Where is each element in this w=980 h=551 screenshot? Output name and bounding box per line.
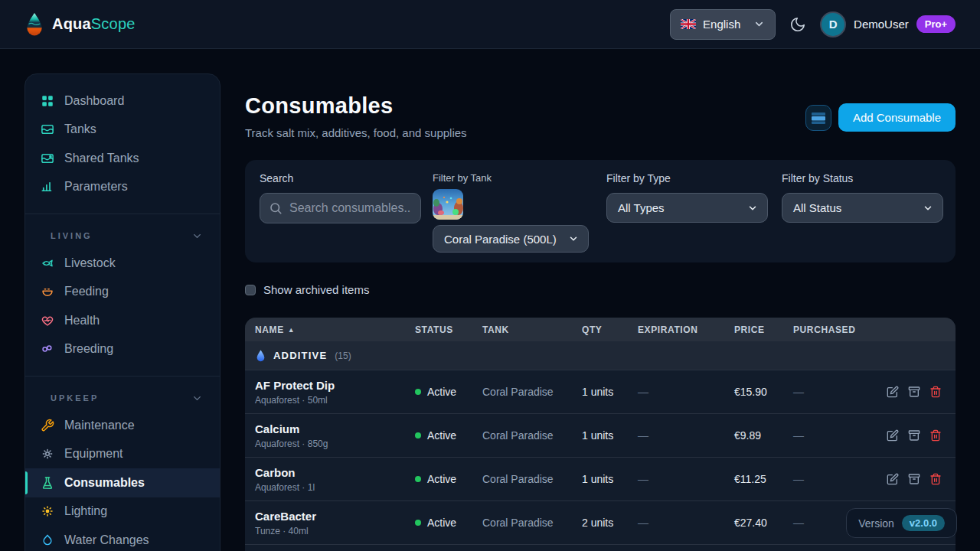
sidebar: Dashboard Tanks Shared Tanks Parameters … <box>24 73 220 551</box>
tank-filter-select[interactable]: Coral Paradise (500L) <box>433 225 589 253</box>
edit-button[interactable] <box>887 473 899 485</box>
sidebar-item-breeding[interactable]: Breeding <box>25 335 220 364</box>
status-dot <box>415 476 421 482</box>
language-select[interactable]: English <box>670 9 776 40</box>
page-title: Consumables <box>245 93 393 119</box>
sidebar-item-lighting[interactable]: Lighting <box>25 497 220 527</box>
archive-icon <box>908 386 920 398</box>
column-header-price[interactable]: PRICE <box>734 324 793 335</box>
tank-icon <box>41 122 54 136</box>
status-filter-select[interactable]: All Status <box>782 193 943 223</box>
show-archived-checkbox[interactable] <box>245 285 256 295</box>
status-badge: Active <box>427 517 456 529</box>
bar-chart-icon <box>41 180 54 194</box>
sun-icon <box>41 504 54 518</box>
column-header-tank[interactable]: TANK <box>482 324 582 335</box>
aquascope-logo-icon <box>24 12 44 37</box>
search-input[interactable] <box>260 193 421 223</box>
droplet-icon <box>41 533 54 547</box>
flask-icon <box>41 476 54 490</box>
sidebar-divider <box>25 214 220 214</box>
table-row[interactable]: AF Protect DipAquaforest · 50ml Active C… <box>245 370 956 413</box>
filters-panel: Search Filter by Tank <box>245 160 956 262</box>
edit-button[interactable] <box>887 386 899 398</box>
column-header-status[interactable]: STATUS <box>415 324 482 335</box>
card-view-icon <box>812 111 825 125</box>
plan-badge: Pro+ <box>916 15 956 33</box>
delete-button[interactable] <box>929 386 942 398</box>
group-row-additive: ADDITIVE (15) <box>245 341 956 370</box>
user-menu[interactable]: D DemoUser Pro+ <box>820 11 956 37</box>
card-view-toggle-button[interactable] <box>805 105 831 131</box>
version-badge: v2.0.0 <box>902 515 945 531</box>
sidebar-item-water-changes[interactable]: Water Changes <box>25 526 220 551</box>
sidebar-item-equipment[interactable]: Equipment <box>25 440 220 469</box>
chevron-down-icon <box>568 233 579 244</box>
archive-button[interactable] <box>908 473 920 485</box>
chevron-down-icon <box>923 203 933 214</box>
language-label: English <box>703 18 740 31</box>
archive-button[interactable] <box>908 429 920 442</box>
sort-asc-icon: ▲ <box>288 326 296 334</box>
search-icon <box>269 201 283 218</box>
delete-button[interactable] <box>929 429 942 442</box>
tank-thumbnail-image[interactable] <box>433 189 463 220</box>
column-header-qty[interactable]: QTY <box>582 324 638 335</box>
shared-tank-icon <box>41 152 54 165</box>
section-upkeep[interactable]: UPKEEP <box>25 389 220 407</box>
status-dot <box>415 432 421 439</box>
type-filter-label: Filter by Type <box>606 172 768 184</box>
status-badge: Active <box>427 386 456 398</box>
column-header-purchased[interactable]: PURCHASED <box>793 324 877 335</box>
archive-button[interactable] <box>908 386 920 398</box>
clipped-next-row <box>245 544 956 551</box>
chevron-down-icon <box>753 18 765 30</box>
archive-icon <box>908 429 920 442</box>
theme-toggle-button[interactable] <box>789 16 806 33</box>
sidebar-item-maintenance[interactable]: Maintenance <box>25 411 220 440</box>
top-header: AquaScope English D <box>0 0 980 49</box>
archive-icon <box>908 473 920 485</box>
table-row[interactable]: CalciumAquaforest · 850g Active Coral Pa… <box>245 413 956 457</box>
section-living[interactable]: LIVING <box>25 227 220 245</box>
delete-button[interactable] <box>929 473 942 485</box>
food-bowl-icon <box>41 285 54 298</box>
trash-icon <box>929 473 942 485</box>
status-filter-label: Filter by Status <box>782 172 943 184</box>
chevron-down-icon <box>191 230 203 242</box>
breeding-rings-icon <box>41 342 54 356</box>
sidebar-item-shared-tanks[interactable]: Shared Tanks <box>25 144 220 173</box>
sidebar-item-feeding[interactable]: Feeding <box>25 278 220 307</box>
table-row[interactable]: CarbonAquaforest · 1l Active Coral Parad… <box>245 457 956 500</box>
version-chip: Version v2.0.0 <box>846 508 957 538</box>
edit-icon <box>887 473 899 485</box>
type-filter-select[interactable]: All Types <box>606 193 768 223</box>
fish-icon <box>41 256 54 270</box>
main-content: Consumables Track salt mix, additives, f… <box>245 49 956 551</box>
sidebar-item-tanks[interactable]: Tanks <box>25 116 220 145</box>
column-header-name[interactable]: NAME▲ <box>255 324 415 335</box>
chevron-down-icon <box>747 203 758 214</box>
status-badge: Active <box>427 429 456 442</box>
table-header-row: NAME▲ STATUS TANK QTY EXPIRATION PRICE P… <box>245 318 956 341</box>
trash-icon <box>929 386 942 398</box>
gear-icon <box>41 447 54 461</box>
avatar[interactable]: D <box>820 11 846 37</box>
sidebar-item-consumables[interactable]: Consumables <box>25 468 220 497</box>
add-consumable-button[interactable]: Add Consumable <box>838 103 956 132</box>
status-badge: Active <box>427 473 456 485</box>
username: DemoUser <box>854 18 909 31</box>
sidebar-divider <box>25 376 220 377</box>
sidebar-item-livestock[interactable]: Livestock <box>25 249 220 278</box>
sidebar-item-health[interactable]: Health <box>25 306 220 335</box>
brand-name: AquaScope <box>52 15 136 33</box>
moon-icon <box>789 16 806 33</box>
status-dot <box>415 520 421 526</box>
sidebar-item-dashboard[interactable]: Dashboard <box>25 86 220 116</box>
sidebar-item-parameters[interactable]: Parameters <box>25 173 220 202</box>
show-archived-label: Show archived items <box>263 283 369 296</box>
column-header-expiration[interactable]: EXPIRATION <box>638 324 734 335</box>
edit-button[interactable] <box>887 429 899 442</box>
page-subtitle: Track salt mix, additives, food, and sup… <box>245 126 467 139</box>
chevron-down-icon <box>191 393 203 404</box>
